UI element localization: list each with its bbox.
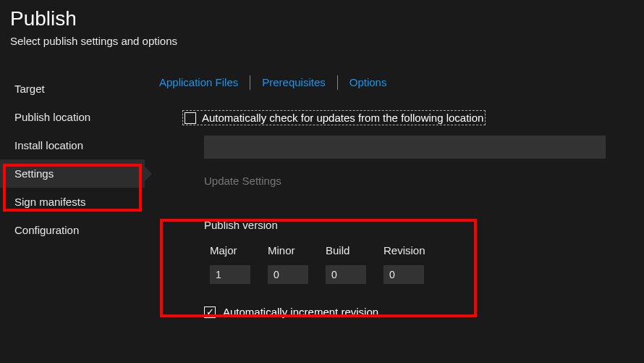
tab-application-files[interactable]: Application Files [159,75,250,90]
main-content: Application Files Prerequisites Options … [145,75,644,318]
sidebar-item-target[interactable]: Target [0,75,145,103]
minor-input[interactable] [268,265,308,284]
revision-label: Revision [384,244,425,256]
update-location-input[interactable] [204,135,606,159]
auto-increment-label: Automatically increment revision [223,306,378,318]
sidebar-item-sign-manifests[interactable]: Sign manifests [0,188,145,216]
update-settings-link: Update Settings [204,175,644,187]
build-input[interactable] [326,265,366,284]
tab-prerequisites[interactable]: Prerequisites [250,75,337,90]
publish-version-title: Publish version [204,219,644,231]
tabs: Application Files Prerequisites Options [159,75,644,90]
page-title: Publish [10,7,634,30]
sidebar-item-publish-location[interactable]: Publish location [0,103,145,131]
auto-check-updates-focus: Automatically check for updates from the… [182,110,486,125]
major-label: Major [210,244,250,256]
sidebar-item-install-location[interactable]: Install location [0,131,145,159]
auto-increment-checkbox[interactable] [204,306,216,318]
revision-input[interactable] [384,265,424,284]
sidebar-item-settings[interactable]: Settings [0,159,145,188]
minor-label: Minor [268,244,308,256]
auto-check-updates-checkbox[interactable] [185,112,196,124]
tab-options[interactable]: Options [338,75,399,90]
page-subtitle: Select publish settings and options [10,35,634,47]
sidebar: Target Publish location Install location… [0,75,145,318]
build-label: Build [326,244,366,256]
major-input[interactable] [210,265,250,284]
auto-check-updates-label: Automatically check for updates from the… [202,112,483,124]
sidebar-item-configuration[interactable]: Configuration [0,216,145,244]
